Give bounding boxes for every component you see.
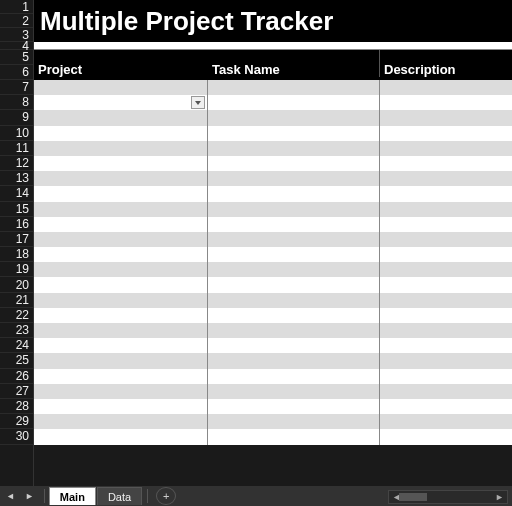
row-header[interactable]: 29 — [0, 414, 33, 429]
cell-task[interactable] — [208, 171, 380, 186]
cell-task[interactable] — [208, 126, 380, 141]
nav-prev-icon[interactable]: ◄ — [6, 486, 15, 506]
cell-task[interactable] — [208, 399, 380, 414]
cell-task[interactable] — [208, 369, 380, 384]
cell-task[interactable] — [208, 414, 380, 429]
cell-project[interactable] — [34, 399, 208, 414]
cell-project[interactable] — [34, 293, 208, 308]
cell-project[interactable] — [34, 277, 208, 292]
row-header[interactable]: 7 — [0, 80, 33, 95]
cell-desc[interactable] — [380, 186, 512, 201]
row-header[interactable]: 5 — [0, 50, 33, 65]
cell-task[interactable] — [208, 353, 380, 368]
cell-project[interactable] — [34, 171, 208, 186]
cell-task[interactable] — [208, 110, 380, 125]
row-header[interactable]: 9 — [0, 110, 33, 125]
cell-desc[interactable] — [380, 156, 512, 171]
cell-task[interactable] — [208, 186, 380, 201]
cell-project[interactable] — [34, 429, 208, 444]
cell-task[interactable] — [208, 217, 380, 232]
cell-desc[interactable] — [380, 232, 512, 247]
cell-task[interactable] — [208, 247, 380, 262]
add-sheet-button[interactable]: + — [156, 487, 176, 505]
cell-desc[interactable] — [380, 399, 512, 414]
row-header[interactable]: 2 — [0, 14, 33, 28]
cell-desc[interactable] — [380, 110, 512, 125]
cell-project[interactable] — [34, 126, 208, 141]
cell-task[interactable] — [208, 262, 380, 277]
column-header-task[interactable]: Task Name — [208, 50, 380, 77]
scroll-right-icon[interactable]: ► — [495, 492, 504, 502]
cell-project[interactable] — [34, 262, 208, 277]
cell-desc[interactable] — [380, 293, 512, 308]
column-header-desc[interactable]: Description — [380, 50, 512, 77]
row-header[interactable]: 22 — [0, 308, 33, 323]
row-header[interactable]: 4 — [0, 42, 33, 50]
cell-desc[interactable] — [380, 308, 512, 323]
cell-desc[interactable] — [380, 384, 512, 399]
nav-next-icon[interactable]: ► — [25, 486, 34, 506]
row-header[interactable]: 26 — [0, 369, 33, 384]
cell-project[interactable] — [34, 308, 208, 323]
cell-task[interactable] — [208, 384, 380, 399]
row-header[interactable]: 10 — [0, 126, 33, 141]
row-header[interactable]: 11 — [0, 141, 33, 156]
horizontal-scrollbar[interactable]: ◄ ► — [388, 490, 508, 504]
cell-project[interactable] — [34, 323, 208, 338]
sheet-tab-main[interactable]: Main — [49, 487, 96, 505]
cell-project[interactable] — [34, 414, 208, 429]
cell-project[interactable] — [34, 384, 208, 399]
cell-task[interactable] — [208, 156, 380, 171]
cell-desc[interactable] — [380, 369, 512, 384]
cell-project[interactable] — [34, 353, 208, 368]
cell-desc[interactable] — [380, 262, 512, 277]
row-header[interactable]: 20 — [0, 277, 33, 292]
row-header[interactable]: 27 — [0, 384, 33, 399]
cell-desc[interactable] — [380, 202, 512, 217]
cell-project[interactable] — [34, 186, 208, 201]
cell-desc[interactable] — [380, 247, 512, 262]
cell-task[interactable] — [208, 429, 380, 444]
cell-desc[interactable] — [380, 80, 512, 95]
row-header[interactable]: 1 — [0, 0, 33, 14]
scroll-thumb[interactable] — [399, 493, 427, 501]
dropdown-button[interactable] — [191, 96, 205, 109]
cell-desc[interactable] — [380, 277, 512, 292]
row-header[interactable]: 28 — [0, 399, 33, 414]
cell-task[interactable] — [208, 202, 380, 217]
row-header[interactable]: 24 — [0, 338, 33, 353]
cell-desc[interactable] — [380, 429, 512, 444]
cell-task[interactable] — [208, 293, 380, 308]
cell-project[interactable] — [34, 217, 208, 232]
cell-desc[interactable] — [380, 353, 512, 368]
row-header[interactable]: 16 — [0, 217, 33, 232]
cell-task[interactable] — [208, 323, 380, 338]
cell-task[interactable] — [208, 80, 380, 95]
cell-desc[interactable] — [380, 217, 512, 232]
cell-task[interactable] — [208, 141, 380, 156]
cell-project[interactable] — [34, 141, 208, 156]
cell-task[interactable] — [208, 308, 380, 323]
row-header[interactable]: 17 — [0, 232, 33, 247]
row-header[interactable]: 14 — [0, 186, 33, 201]
cell-desc[interactable] — [380, 338, 512, 353]
row-header[interactable]: 30 — [0, 429, 33, 444]
cell-desc[interactable] — [380, 126, 512, 141]
row-header[interactable]: 13 — [0, 171, 33, 186]
cell-project[interactable] — [34, 110, 208, 125]
cell-project[interactable] — [34, 369, 208, 384]
cell-desc[interactable] — [380, 171, 512, 186]
cell-project[interactable] — [34, 232, 208, 247]
cell-project[interactable] — [34, 247, 208, 262]
cell-task[interactable] — [208, 277, 380, 292]
row-header[interactable]: 12 — [0, 156, 33, 171]
column-header-project[interactable]: Project — [34, 50, 208, 77]
cell-desc[interactable] — [380, 323, 512, 338]
row-header[interactable]: 8 — [0, 95, 33, 110]
row-header[interactable]: 6 — [0, 65, 33, 80]
cell-task[interactable] — [208, 95, 380, 110]
cell-desc[interactable] — [380, 141, 512, 156]
row-header[interactable]: 18 — [0, 247, 33, 262]
cell-desc[interactable] — [380, 95, 512, 110]
cell-desc[interactable] — [380, 414, 512, 429]
